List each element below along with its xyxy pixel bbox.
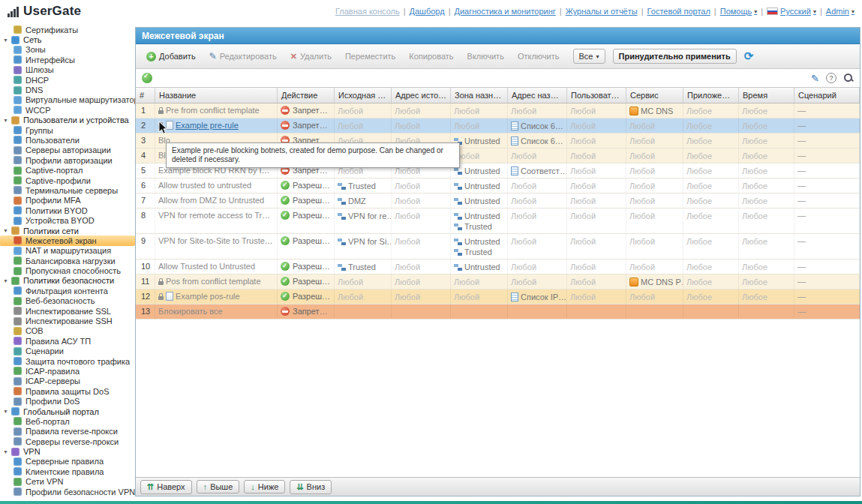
nav-help[interactable]: Помощь▾ [720,7,758,16]
sidebar-item-routers[interactable]: Виртуальные маршрутизаторы [0,95,135,105]
column-header-0[interactable]: # [136,88,155,103]
column-header-8[interactable]: Сервис [626,88,683,103]
table-row[interactable]: 2Example pre-ruleЗапретитьЛюбойЛюбойЛюбо… [136,118,860,134]
sidebar-item-ips[interactable]: СОВ [0,326,135,336]
sidebar-section-vpn[interactable]: ▼VPN [0,446,135,456]
sidebar-item-interfaces[interactable]: Интерфейсы [0,55,135,64]
bottom-button[interactable]: ⇊Вниз [290,480,332,494]
sidebar-item-ssl-inspection[interactable]: Инспектирование SSL [0,306,135,316]
table-row[interactable]: 12Example pos-ruleРазрешитьЛюбойЛюбойЛюб… [136,290,860,304]
sidebar-item-auth-servers[interactable]: Серверы авторизации [0,146,135,155]
delete-button[interactable]: ✕Удалить [284,49,338,64]
sidebar-item-wccp[interactable]: WCCP [0,105,135,115]
sidebar-section-users-devices[interactable]: ▼Пользователи и устройства [0,116,135,125]
filter-select[interactable]: Все▾ [573,49,605,64]
sidebar-item-icap-servers[interactable]: ICAP-серверы [0,376,135,386]
table-row[interactable]: 1Pre from conflict templateЗапретитьЛюбо… [136,104,860,118]
sidebar-section-net-policies[interactable]: ▼Политики сети [0,226,135,236]
sidebar-item-mail-protection[interactable]: Защита почтового трафика [0,356,135,366]
collapse-caret-icon[interactable]: ▼ [3,409,9,414]
nav-logs-reports[interactable]: Журналы и отчёты [566,7,638,16]
move-button[interactable]: Переместить [339,49,401,64]
sidebar-item-gateways[interactable]: Шлюзы [0,65,135,75]
search-icon[interactable] [843,73,854,83]
sidebar-section-network[interactable]: ▼Сеть [0,34,135,44]
nav-admin[interactable]: Admin▾ [826,7,854,16]
sidebar-section-sec-policies[interactable]: ▼Политики безопасности [0,276,135,286]
collapse-caret-icon[interactable]: ▼ [3,38,9,43]
sidebar-item-zones[interactable]: Зоны [0,45,135,55]
add-button[interactable]: +Добавить [140,49,202,64]
sidebar-item-reverse-proxy-rules[interactable]: Правила reverse-прокси [0,427,135,436]
collapse-caret-icon[interactable]: ▼ [3,228,9,233]
apply-button[interactable]: Принудительно применить [613,49,737,64]
edit-filter-icon[interactable]: ✎ [811,73,819,84]
column-header-11[interactable]: Сценарий [794,88,860,103]
sidebar-item-dns[interactable]: DNS [0,85,135,94]
sidebar-item-certificates[interactable]: Сертификаты [0,25,135,34]
collapse-caret-icon[interactable]: ▼ [3,278,9,284]
edit-button[interactable]: ✎Редактировать [203,48,283,64]
sidebar-item-byod-devices[interactable]: Устройства BYOD [0,215,135,225]
sidebar-item-web-security[interactable]: Веб-безопасность [0,296,135,306]
sidebar-item-ssh-inspection[interactable]: Инспектирование SSH [0,316,135,326]
disable-button[interactable]: Отключить [512,49,566,64]
sidebar-section-global-portal[interactable]: ▼Глобальный портал [0,406,135,416]
column-header-10[interactable]: Время [739,88,794,103]
copy-button[interactable]: Копировать [403,49,459,64]
column-header-7[interactable]: Пользователи [567,88,626,103]
sidebar-item-terminal-servers[interactable]: Терминальные серверы [0,185,135,195]
table-row[interactable]: 8VPN for remote access to Trusted...Разр… [136,208,860,234]
collapse-caret-icon[interactable]: ▼ [3,449,9,454]
sidebar-item-icap-rules[interactable]: ICAP-правила [0,366,135,376]
sidebar-item-scada-rules[interactable]: Правила АСУ ТП [0,336,135,346]
sidebar-item-reverse-proxy-servers[interactable]: Серверы reverse-прокси [0,436,135,446]
sidebar-item-firewall[interactable]: Межсетевой экран [0,236,135,245]
table-row[interactable]: 11Pos from conflict templateРазрешитьЛюб… [136,274,860,290]
up-button[interactable]: ↑Выше [197,480,240,494]
down-button[interactable]: ↓Ниже [244,480,285,494]
sidebar-item-users[interactable]: Пользователи [0,135,135,145]
nav-diagnostics-monitoring[interactable]: Диагностика и мониторинг [455,7,556,16]
nav-language[interactable]: Русский▾ [767,7,816,16]
column-header-5[interactable]: Зона назнач... [451,88,508,103]
column-header-9[interactable]: Приложения [683,88,739,103]
sidebar-item-dhcp[interactable]: DHCP [0,75,135,85]
enable-button[interactable]: Включить [461,49,510,64]
table-row[interactable]: 13Блокировать всеЗапретить— [136,304,860,320]
sidebar-item-vpn-security-profiles[interactable]: Профили безопасности VPN [0,487,135,496]
sidebar-item-bandwidth[interactable]: Пропускная способность [0,266,135,275]
top-button[interactable]: ⇈Наверх [140,480,192,494]
column-header-4[interactable]: Адрес источ... [392,88,451,103]
sidebar-item-dos-profiles[interactable]: Профили DoS [0,396,135,406]
table-row[interactable]: 10Allow Trusted to UntrustedРазрешитьTru… [136,260,860,274]
sidebar-item-vpn-client-rules[interactable]: Клиентские правила [0,466,135,476]
sidebar-item-captive-profiles[interactable]: Captive-профили [0,176,135,185]
column-header-6[interactable]: Адрес назна... [508,88,567,103]
refresh-button[interactable]: ⟳ [738,48,760,64]
column-header-2[interactable]: Действие [278,88,335,103]
sidebar-item-mfa-profiles[interactable]: Профили MFA [0,196,135,206]
column-header-3[interactable]: Исходная зо... [335,88,392,103]
sidebar-item-balancing[interactable]: Балансировка нагрузки [0,256,135,266]
sidebar-item-dos-rules[interactable]: Правила защиты DoS [0,386,135,396]
table-row[interactable]: 6Allow trusted to untrustedРазрешитьTrus… [136,178,860,194]
nav-main-console[interactable]: Главная консоль [335,7,400,16]
collapse-caret-icon[interactable]: ▼ [3,118,9,123]
sidebar-item-byod-policies[interactable]: Политики BYOD [0,206,135,215]
sidebar-item-auth-profiles[interactable]: Профили авторизации [0,155,135,165]
sidebar-item-vpn-networks[interactable]: Сети VPN [0,477,135,487]
nav-guest-portal[interactable]: Гостевой портал [647,7,710,16]
table-row[interactable]: 7Allow from DMZ to UntrustedРазрешитьDMZ… [136,194,860,208]
column-header-1[interactable]: Название [155,88,278,103]
table-row[interactable]: 9VPN for Site-to-Site to Trusted an...Ра… [136,234,860,260]
sidebar-item-nat[interactable]: NAT и маршрутизация [0,246,135,256]
sidebar-item-captive-portal[interactable]: Captive-портал [0,165,135,175]
sidebar-item-vpn-server-rules[interactable]: Серверные правила [0,457,135,466]
nav-dashboard[interactable]: Дашборд [410,7,445,16]
sidebar-item-content-filtering[interactable]: Фильтрация контента [0,286,135,296]
sidebar-item-web-portal[interactable]: Веб-портал [0,416,135,426]
sidebar-item-scenarios[interactable]: Сценарии [0,346,135,356]
rule-name[interactable]: Example pre-rule [176,121,239,130]
help-icon[interactable]: ? [826,73,836,83]
